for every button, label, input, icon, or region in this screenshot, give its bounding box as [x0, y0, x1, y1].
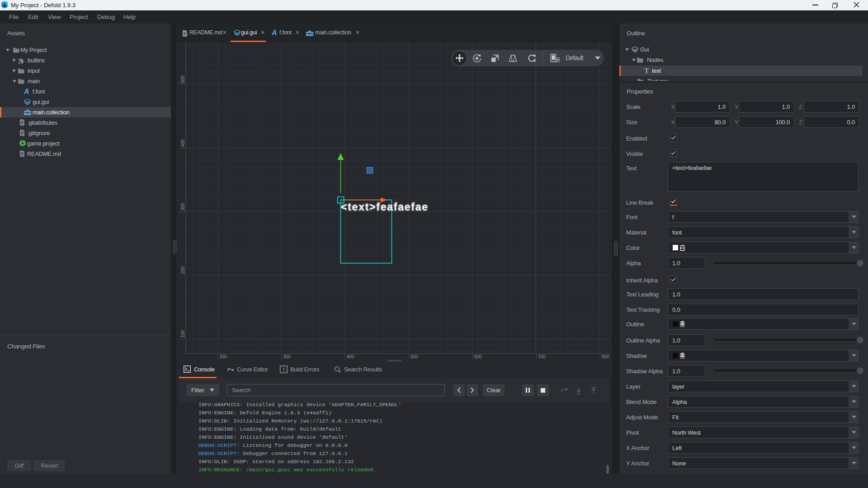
svg-text:!: !	[283, 367, 284, 372]
